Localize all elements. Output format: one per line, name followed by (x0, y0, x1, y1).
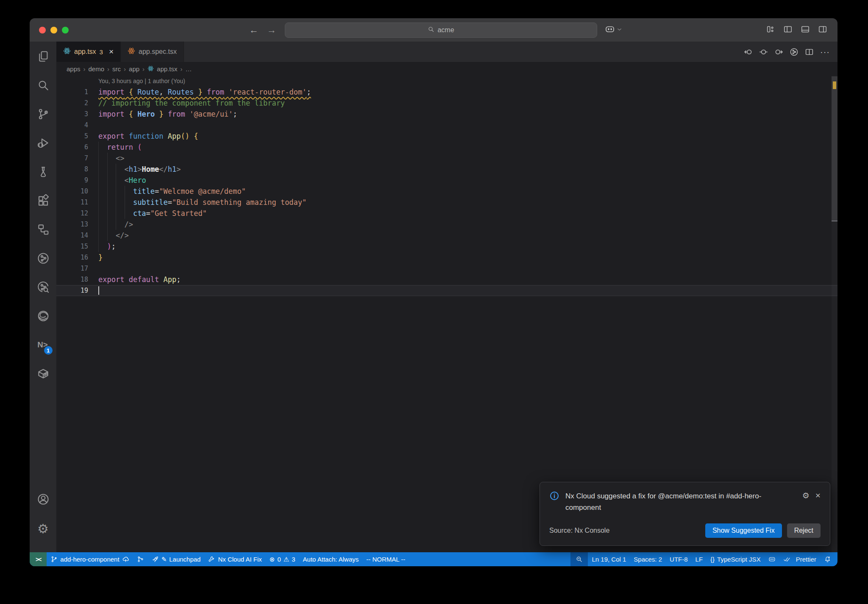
statusbar-zoom-out[interactable] (570, 552, 588, 566)
editor-scrollbar-slider[interactable] (832, 76, 837, 221)
code-line-4[interactable]: 4 (56, 120, 837, 131)
code-line-10[interactable]: 10 title="Welcmoe @acme/demo" (56, 186, 837, 197)
statusbar-label: Ln 19, Col 1 (592, 556, 626, 563)
activitybar-item-nx-project-graph[interactable] (34, 249, 53, 269)
activitybar-item-search[interactable] (34, 76, 53, 96)
line-content: <> (98, 153, 837, 164)
indent-guide (116, 175, 116, 186)
activitybar-item-nx-graph-search[interactable] (34, 278, 53, 298)
code-line-9[interactable]: 9 <Hero (56, 175, 837, 186)
code-line-6[interactable]: 6 return ( (56, 142, 837, 153)
statusbar-copilot[interactable] (765, 552, 779, 566)
activitybar-item-testing[interactable] (34, 163, 53, 182)
minimize-window-button[interactable] (50, 27, 57, 34)
indent-guide (98, 186, 99, 197)
toggle-sidebar-left-icon[interactable] (783, 25, 793, 36)
statusbar-notifications-bell[interactable] (820, 552, 835, 566)
activitybar-item-containers[interactable] (34, 365, 53, 384)
code-line-13[interactable]: 13 /> (56, 219, 837, 230)
nav-location-icon[interactable] (759, 48, 768, 56)
statusbar-cursor-position[interactable]: Ln 19, Col 1 (588, 552, 630, 566)
breadcrumb[interactable]: apps›demo›src›app›app.tsx›… (56, 62, 837, 76)
customize-layout-icon[interactable] (766, 25, 775, 36)
indent-guide (98, 241, 99, 252)
activitybar-item-extensions[interactable] (34, 192, 53, 211)
split-editor-icon[interactable] (805, 48, 814, 56)
code-line-16[interactable]: 16} (56, 252, 837, 263)
code-line-2[interactable]: 2// importing the component from the lib… (56, 98, 837, 109)
statusbar-launchpad[interactable]: ✎Launchpad (148, 552, 205, 566)
statusbar-git-branch[interactable]: add-hero-component (47, 552, 133, 566)
react-icon (147, 65, 154, 73)
line-content: <h1>Home</h1> (98, 164, 837, 175)
statusbar-nx-cloud-ai-fix[interactable]: Nx Cloud AI Fix (204, 552, 265, 566)
history-forward-icon[interactable]: → (267, 25, 276, 35)
reject-button[interactable]: Reject (787, 523, 821, 538)
show-suggested-fix-button[interactable]: Show Suggested Fix (705, 523, 782, 538)
statusbar-eol[interactable]: LF (692, 552, 707, 566)
code-line-14[interactable]: 14 </> (56, 230, 837, 241)
beaker-icon (37, 165, 50, 180)
statusbar-remote-indicator[interactable]: >< (30, 552, 47, 566)
statusbar-indentation[interactable]: Spaces: 2 (630, 552, 666, 566)
run-graph-icon[interactable] (790, 48, 798, 56)
statusbar-source-control-graph[interactable] (133, 552, 148, 566)
activitybar-item-nx-console[interactable]: N>1 (34, 336, 53, 355)
statusbar-prettier[interactable]: Prettier (779, 552, 820, 566)
history-back-icon[interactable]: ← (249, 25, 259, 35)
statusbar-problems[interactable]: ⊗0⚠3 (266, 552, 299, 566)
indent-guide (125, 208, 125, 219)
tab-app.spec.tsx[interactable]: app.spec.tsx (121, 42, 184, 62)
notification-close-icon[interactable]: × (815, 492, 821, 500)
activitybar-item-settings[interactable]: ⚙ (34, 519, 53, 539)
code-line-19[interactable]: 19 (56, 285, 837, 296)
breadcrumb-item-src[interactable]: src (112, 65, 121, 73)
notification-settings-gear-icon[interactable]: ⚙ (802, 492, 810, 500)
nav-forward-icon[interactable] (774, 48, 783, 56)
statusbar-label: Prettier (796, 556, 816, 563)
code-line-18[interactable]: 18export default App; (56, 274, 837, 285)
activitybar-item-references[interactable] (34, 221, 53, 240)
command-center-search[interactable]: acme (285, 22, 597, 38)
activitybar-item-accounts[interactable] (34, 490, 53, 510)
line-content: /> (98, 219, 837, 230)
breadcrumb-file[interactable]: app.tsx (157, 65, 177, 73)
toggle-sidebar-right-icon[interactable] (818, 25, 827, 36)
statusbar-auto-attach[interactable]: Auto Attach: Always (299, 552, 363, 566)
tab-close-icon[interactable]: × (109, 47, 114, 56)
nav-back-icon[interactable] (744, 48, 753, 56)
breadcrumb-more[interactable]: … (185, 65, 192, 73)
editor-scrollbar-track[interactable] (832, 76, 837, 552)
code-line-3[interactable]: 3import { Hero } from '@acme/ui'; (56, 109, 837, 120)
activitybar-item-run-debug[interactable] (34, 134, 53, 154)
line-number: 14 (56, 230, 88, 241)
zoom-window-button[interactable] (62, 27, 69, 34)
close-window-button[interactable] (39, 27, 46, 34)
activitybar-item-edge-devtools[interactable] (34, 307, 53, 327)
more-actions-icon[interactable]: ··· (820, 47, 830, 57)
activity-bar: N>1⚙ (30, 42, 56, 552)
code-line-17[interactable]: 17 (56, 263, 837, 274)
code-line-15[interactable]: 15 ); (56, 241, 837, 252)
statusbar-vim-mode[interactable]: -- NORMAL -- (362, 552, 409, 566)
tab-app.tsx[interactable]: app.tsx3× (56, 42, 121, 62)
code-line-5[interactable]: 5export function App() { (56, 131, 837, 142)
statusbar-label: TypeScript JSX (717, 556, 761, 563)
references-icon (37, 223, 50, 238)
react-icon (63, 47, 71, 56)
breadcrumb-item-app[interactable]: app (129, 65, 139, 73)
code-line-1[interactable]: 1import { Route, Routes } from 'react-ro… (56, 87, 837, 98)
copilot-menu[interactable] (605, 24, 622, 36)
code-editor[interactable]: You, 3 hours ago | 1 author (You) 1impor… (56, 76, 837, 552)
statusbar-language-mode[interactable]: {}TypeScript JSX (707, 552, 765, 566)
breadcrumb-item-demo[interactable]: demo (89, 65, 105, 73)
activitybar-item-source-control[interactable] (34, 105, 53, 125)
breadcrumb-item-apps[interactable]: apps (67, 65, 81, 73)
toggle-panel-icon[interactable] (801, 25, 810, 36)
code-line-11[interactable]: 11 subtitle="Build something amazing tod… (56, 197, 837, 208)
code-line-7[interactable]: 7 <> (56, 153, 837, 164)
code-line-12[interactable]: 12 cta="Get Started" (56, 208, 837, 219)
statusbar-encoding[interactable]: UTF-8 (666, 552, 692, 566)
code-line-8[interactable]: 8 <h1>Home</h1> (56, 164, 837, 175)
activitybar-item-explorer[interactable] (34, 48, 53, 67)
